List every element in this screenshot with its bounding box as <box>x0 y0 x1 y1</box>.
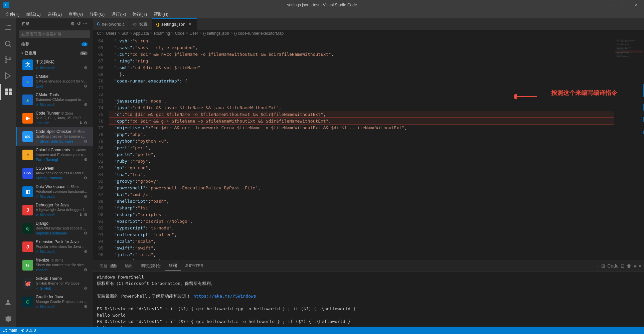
activity-git[interactable] <box>0 52 16 68</box>
sidebar-content: 推荐 8 ▾ 已启用 62 文 中文(简体) ✓ Microsoft <box>16 40 93 327</box>
minimap: ...vsh...v run... ...sass...sass --style… <box>614 37 644 260</box>
refresh-icon[interactable]: ↺ <box>77 21 81 26</box>
editor-content[interactable]: ".vsh": "v run", ".sass": "sass --style … <box>109 37 614 260</box>
terminal-tab-jupyter[interactable]: JUPYTER <box>181 262 207 270</box>
tab-helloworld-c[interactable]: C helloworld.c <box>93 18 129 30</box>
line-number: 90 <box>96 211 106 218</box>
ext-settings-icon[interactable]: ⚙ <box>84 84 88 89</box>
terminal-close-icon[interactable]: × <box>639 263 641 269</box>
ext-settings-icon[interactable]: ⚙ <box>84 231 88 235</box>
ext-item-code-runner[interactable]: ▶ Code Runner ⏱ 25ms Run C, C++, Java, J… <box>16 109 93 127</box>
terminal-trash-icon[interactable]: 🗑 <box>627 263 631 269</box>
section-header-enabled[interactable]: ▾ 已启用 62 <box>16 49 93 57</box>
close-button[interactable]: ✕ <box>632 1 641 9</box>
ext-item-django[interactable]: dj Django Beautiful syntax and scoped s.… <box>16 219 93 237</box>
terminal-panel-icon[interactable]: Code <box>607 263 618 269</box>
code-line: "objective-c": "cd $dir && gcc -framewor… <box>109 125 614 131</box>
menu-item[interactable]: 选择(S) <box>45 11 64 18</box>
code-line: "crystal": "crystal", <box>109 258 614 260</box>
title-bar-controls[interactable]: — □ ✕ <box>607 1 641 9</box>
ext-settings-icon[interactable]: ⚙ <box>84 157 88 162</box>
more-actions-icon[interactable]: ··· <box>83 21 88 26</box>
status-git-branch[interactable]: ⎇ main <box>3 328 17 333</box>
ext-settings-icon[interactable]: ⚙ <box>84 212 88 217</box>
tab-settings-json[interactable]: {} settings.json × <box>152 18 197 30</box>
code-line: "perl6": "perl6", <box>109 151 614 158</box>
terminal-content[interactable]: Windows PowerShell 版权所有（C）Microsoft Corp… <box>93 272 644 327</box>
sidebar-header-actions[interactable]: ⚙ ↺ ··· <box>70 21 88 26</box>
ext-item-cmake[interactable]: ▲ CMake CMake langage support for Vi... … <box>16 72 93 91</box>
minimize-button[interactable]: — <box>607 1 616 9</box>
ext-download-icon[interactable]: ⬇ <box>79 212 83 217</box>
ext-settings-icon[interactable]: ⚙ <box>84 304 88 309</box>
ext-item-css-peek[interactable]: CSS CSS Peek Allow peeking to css ID and… <box>16 164 93 182</box>
line-number: 89 <box>96 205 106 211</box>
section-header-recommended[interactable]: 推荐 8 <box>16 40 93 48</box>
terminal-chevron-up-icon[interactable]: ∧ <box>633 263 637 269</box>
terminal-layout-icon[interactable]: ⊟ <box>621 263 625 269</box>
ext-settings-icon[interactable]: ⚙ <box>84 65 88 70</box>
menu-item[interactable]: 终端(T) <box>130 11 150 18</box>
activity-search[interactable] <box>0 36 16 52</box>
ext-settings-icon[interactable]: ⚙ <box>84 176 88 180</box>
line-number: 80 <box>96 145 106 151</box>
menu-item[interactable]: 运行(R) <box>109 11 129 18</box>
ext-item-github-theme[interactable]: 🐙 GitHub Theme GitHub theme for VS Code … <box>16 274 93 293</box>
filter-icon[interactable]: ⚙ <box>70 21 75 26</box>
code-line: "coffeescript": "coffee", <box>109 231 614 238</box>
ext-item-cmake-tools[interactable]: ▲ CMake Tools Extended CMake support in … <box>16 91 93 109</box>
terminal-tab-output[interactable]: 输出 <box>121 261 137 271</box>
ext-settings-icon[interactable]: ⚙ <box>84 249 88 254</box>
menu-item[interactable]: 查看(V) <box>66 11 86 18</box>
ext-item-colorful-comments[interactable]: // Colorful Comments ⏱ 248ms Improve and… <box>16 146 93 164</box>
code-line: ".ring": "ring", <box>109 58 614 64</box>
menu-item[interactable]: 帮助(H) <box>151 11 171 18</box>
menu-item[interactable]: 文件(F) <box>3 11 22 18</box>
ext-item-file-size[interactable]: fs file-size ⏱ 86ms Show the current tex… <box>16 256 93 274</box>
ext-item-debugger-java[interactable]: J Debugger for Java A lightweight Java d… <box>16 201 93 219</box>
ext-settings-icon[interactable]: ⚙ <box>84 286 88 291</box>
terminal-tab-problems[interactable]: 问题 35 <box>96 261 121 271</box>
code-line: "julia": "julia", <box>109 252 614 258</box>
ext-item-spell-checker[interactable]: abc Code Spell Checker ⏱ 45ms Spelling c… <box>16 127 93 146</box>
terminal-split-icon[interactable]: ⊞ <box>601 263 605 269</box>
activity-account[interactable] <box>0 295 16 311</box>
ext-settings-icon[interactable]: ⚙ <box>84 268 88 272</box>
terminal-tab-terminal[interactable]: 终端 <box>165 261 181 271</box>
terminal-actions[interactable]: + ⊞ Code ⊟ 🗑 ∧ × <box>597 263 641 269</box>
ext-item-data-workspace[interactable]: ◧ Data Workspace ⏱ 58ms Additional commo… <box>16 182 93 201</box>
terminal-add-icon[interactable]: + <box>597 263 599 269</box>
activity-debug[interactable] <box>0 68 16 84</box>
status-errors[interactable]: ⊗ 0 ⚠ 0 <box>21 328 36 333</box>
terminal-tab-debug[interactable]: 调试控制台 <box>137 261 165 271</box>
ext-download-icon[interactable]: ⬇ <box>79 121 83 125</box>
ext-item-gradle-java[interactable]: G Gradle for Java Manage Gradle Projects… <box>16 293 93 311</box>
ext-info-cmake-tools: CMake Tools Extended CMake support in Vi… <box>36 93 88 107</box>
ext-settings-icon[interactable]: ⚙ <box>84 194 88 199</box>
tab-settings[interactable]: ⚙ 设置 <box>129 18 152 30</box>
code-line: "fsharp": "fsi", <box>109 205 614 211</box>
terminal-line: 版权所有（C）Microsoft Corporation。保留所有权利。 <box>97 280 640 287</box>
maximize-button[interactable]: □ <box>620 1 628 9</box>
line-number: 73 <box>96 98 106 105</box>
code-line: "perl": "perl", <box>109 145 614 151</box>
tab-close-button[interactable]: × <box>187 22 193 27</box>
activity-settings[interactable] <box>0 311 16 327</box>
activity-explorer[interactable] <box>0 20 16 36</box>
menu-item[interactable]: 转到(G) <box>87 11 108 18</box>
ext-icon-data-workspace: ◧ <box>22 186 33 197</box>
menu-item[interactable]: 编辑(E) <box>24 11 43 18</box>
line-number: 72 <box>96 91 106 98</box>
svg-rect-10 <box>5 92 8 95</box>
sidebar-search[interactable] <box>16 29 93 40</box>
ext-settings-icon[interactable]: ⚙ <box>84 102 88 107</box>
ext-item-chinese[interactable]: 文 中文(简体) ✓ Microsoft ⚙ <box>16 57 93 72</box>
menu-bar[interactable]: 文件(F)编辑(E)选择(S)查看(V)转到(G)运行(R)终端(T)帮助(H) <box>0 10 644 18</box>
ext-info-file-size: file-size ⏱ 86ms Show the current text f… <box>36 258 88 272</box>
line-number: 79 <box>96 138 106 145</box>
ext-settings-icon[interactable]: ⚙ <box>84 139 88 144</box>
ext-item-ext-pack-java[interactable]: J Extension Pack for Java Popular extens… <box>16 237 93 256</box>
ext-settings-icon[interactable]: ⚙ <box>84 121 88 125</box>
activity-extensions[interactable] <box>0 84 16 100</box>
search-input[interactable] <box>19 30 90 38</box>
